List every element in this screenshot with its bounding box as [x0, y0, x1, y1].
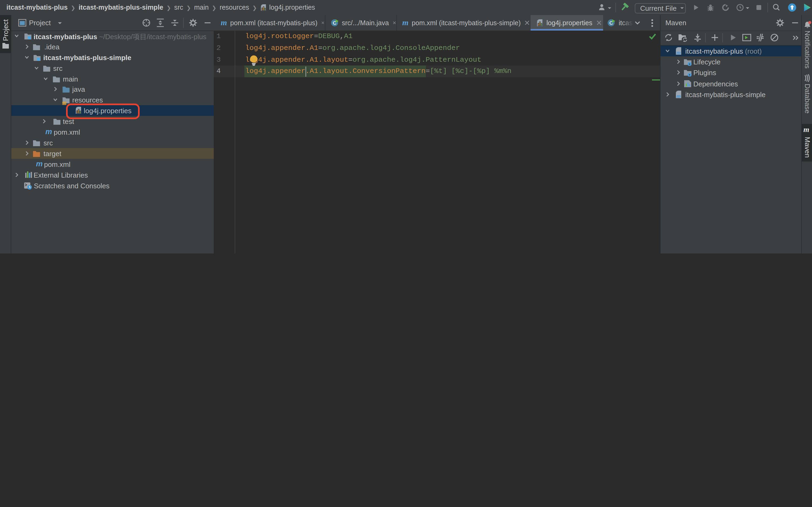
svg-text:m: m — [676, 93, 681, 99]
svg-text:m: m — [676, 49, 681, 55]
